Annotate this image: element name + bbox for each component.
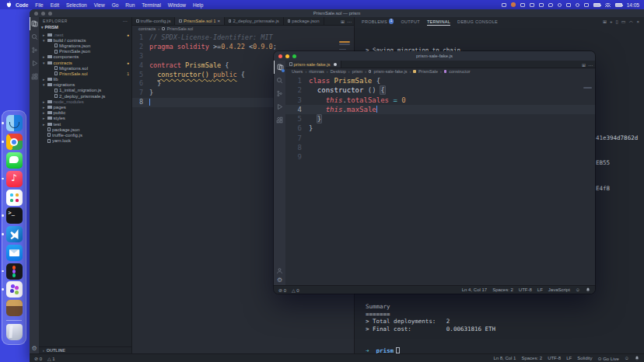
zoom-window-button[interactable] [48,12,52,16]
tree-item[interactable]: ▸public [39,110,131,116]
outline-section[interactable]: › OUTLINE [39,346,131,353]
figma-dock-item[interactable] [6,263,23,280]
tree-item[interactable]: Migrations.json [39,43,131,48]
tree-item[interactable]: ▾build / contracts [39,37,131,43]
tree-item[interactable]: ▸.next● [39,32,131,37]
extensions-icon[interactable] [274,113,285,127]
tree-item[interactable]: ▸pages [39,104,131,110]
display-icon[interactable] [502,3,506,7]
tree-item[interactable]: 2_deploy_prismsale.js [39,93,131,99]
explorer-icon[interactable] [30,17,39,30]
chat-icon[interactable] [548,3,553,7]
vscode-dock-item[interactable] [6,226,23,242]
settings-gear-icon[interactable]: ⚙ [30,345,39,352]
breadcrumb-item[interactable]: ritonnas [309,69,324,74]
close-panel-icon[interactable]: × [636,19,639,24]
keyboard-icon[interactable] [584,3,589,7]
battery-icon[interactable] [593,3,600,7]
cursor-position[interactable]: Ln 8, Col 1 [493,356,516,360]
account-icon[interactable] [274,267,285,274]
menu-item-view[interactable]: View [94,2,105,8]
mail-dock-item[interactable] [6,245,23,261]
tree-item[interactable]: PrismSale.sol1 [39,71,131,76]
menu-item-edit[interactable]: Edit [51,2,59,8]
tree-item[interactable]: ▸lib [39,77,131,82]
language-mode[interactable]: Solidity [577,356,592,360]
close-tab-icon[interactable]: × [217,19,220,23]
warnings-indicator[interactable]: △ 0 [292,287,299,293]
kill-terminal-icon[interactable]: ▭ [621,19,626,24]
encoding[interactable]: UTF-8 [519,287,532,292]
float-minimap[interactable] [583,87,592,89]
more-actions-icon[interactable]: ⋯ [588,62,593,68]
tree-item[interactable]: ▾contracts● [39,60,131,65]
phone-icon[interactable] [566,3,571,7]
eol[interactable]: LF [566,356,572,360]
breadcrumb-item[interactable]: prism-sale-fake.js [373,69,407,74]
tree-item[interactable]: ▸components [39,54,131,60]
minecraft-dock-item[interactable] [6,300,23,316]
search-icon[interactable] [30,30,39,44]
explorer-icon[interactable] [274,61,285,74]
apple-menu-icon[interactable] [5,2,12,8]
tree-item[interactable]: ▸node_modules [39,99,131,104]
settings-gear-icon[interactable]: ⚙ [274,277,285,284]
panel-tab-output[interactable]: OUTPUT [401,17,419,26]
errors-indicator[interactable]: ⊘ 0 [278,287,286,293]
tree-item[interactable]: truffle-config.js [39,132,131,137]
wifi-icon[interactable] [605,3,611,7]
menu-item-code[interactable]: Code [16,2,28,8]
battery-icon[interactable] [615,3,622,7]
menu-item-window[interactable]: Window [168,2,186,8]
terminal-dock-item[interactable] [6,207,23,224]
more-actions-icon[interactable]: ⋯ [347,19,352,24]
modified-dot[interactable] [334,63,337,66]
screen-record-icon[interactable] [530,3,534,7]
tab-package.json[interactable]: package.json [284,17,324,25]
menu-item-selection[interactable]: Selection [66,2,87,8]
breadcrumb-item[interactable]: PrismSale [418,69,438,74]
split-editor-icon[interactable]: ⊞ [582,62,586,68]
breadcrumb-item[interactable]: contracts [138,26,156,31]
slack-dock-item[interactable] [6,190,23,206]
menu-clock[interactable]: 14:05 [627,2,639,8]
panel-tab-debug-console[interactable]: DEBUG CONSOLE [457,17,498,26]
feedback-icon[interactable]: ☺ [576,287,580,292]
eol[interactable]: LF [537,287,543,292]
go-live-button[interactable]: ⊙ Go Live [597,356,618,361]
run-debug-icon[interactable] [274,100,285,113]
breadcrumb-item[interactable]: prism [352,69,362,74]
minimize-window-button[interactable] [285,54,289,58]
close-window-button[interactable] [34,12,38,16]
zoom-window-button[interactable] [292,54,296,58]
trash-dock-item[interactable] [6,324,23,340]
search-icon[interactable] [274,74,285,87]
color-app-icon[interactable] [511,2,516,7]
feedback-icon[interactable]: ☺ [625,356,629,360]
language-mode[interactable]: JavaScript [548,287,570,292]
errors-indicator[interactable]: ⊘ 0 [34,356,42,361]
stage-manager-icon[interactable] [520,3,525,7]
tree-item[interactable]: ▾migrations [39,82,131,88]
panel-tab-problems[interactable]: PROBLEMS1 [362,17,394,26]
menu-item-run[interactable]: Run [125,2,135,8]
tree-item[interactable]: yarn.lock [39,138,131,144]
explorer-more-icon[interactable]: ⋯ [122,18,128,23]
split-editor-icon[interactable]: ⊞ [341,19,345,24]
search-icon[interactable] [558,3,562,7]
tab-PrismSale.sol[interactable]: PrismSale.sol1× [175,17,224,25]
menu-item-help[interactable]: Help [193,2,203,8]
warnings-indicator[interactable]: △ 1 [47,356,55,361]
source-control-icon[interactable] [30,44,39,57]
menu-item-go[interactable]: Go [112,2,119,8]
tree-item[interactable]: ▸test [39,121,131,127]
bell-icon[interactable] [586,287,590,293]
cursor-position[interactable]: Ln 4, Col 17 [462,287,487,292]
tree-item[interactable]: PrismSale.json [39,49,131,54]
menu-item-file[interactable]: File [35,2,43,8]
breadcrumb-item[interactable]: PrismSale.sol [167,26,194,31]
close-window-button[interactable] [278,54,282,58]
maximize-panel-icon[interactable]: ︿ [628,18,633,25]
split-terminal-icon[interactable]: ▯ [616,19,618,24]
source-control-icon[interactable] [274,87,285,100]
